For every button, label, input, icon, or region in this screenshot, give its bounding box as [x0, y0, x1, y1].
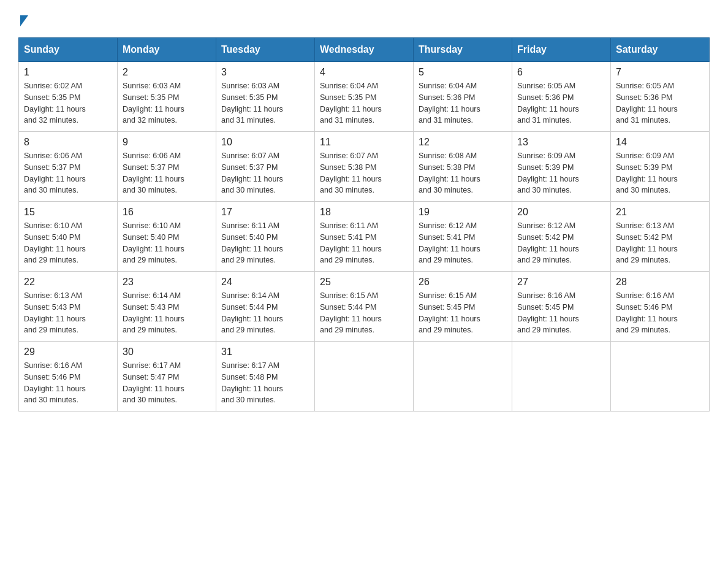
day-info: Sunrise: 6:16 AMSunset: 5:45 PMDaylight:…	[517, 290, 605, 336]
day-info: Sunrise: 6:04 AMSunset: 5:35 PMDaylight:…	[320, 80, 408, 126]
calendar-day-cell: 21Sunrise: 6:13 AMSunset: 5:42 PMDayligh…	[611, 202, 710, 272]
calendar-day-cell	[414, 342, 512, 412]
day-info: Sunrise: 6:12 AMSunset: 5:42 PMDaylight:…	[517, 220, 605, 266]
calendar-day-cell: 13Sunrise: 6:09 AMSunset: 5:39 PMDayligh…	[512, 132, 611, 202]
calendar-day-cell: 9Sunrise: 6:06 AMSunset: 5:37 PMDaylight…	[118, 132, 216, 202]
calendar-day-cell: 11Sunrise: 6:07 AMSunset: 5:38 PMDayligh…	[315, 132, 414, 202]
page-header	[18, 12, 710, 25]
day-info: Sunrise: 6:05 AMSunset: 5:36 PMDaylight:…	[517, 80, 605, 126]
day-number: 31	[221, 347, 309, 358]
day-number: 21	[616, 207, 704, 218]
day-info: Sunrise: 6:17 AMSunset: 5:47 PMDaylight:…	[123, 360, 211, 406]
calendar-week-row: 29Sunrise: 6:16 AMSunset: 5:46 PMDayligh…	[19, 342, 710, 412]
day-info: Sunrise: 6:11 AMSunset: 5:41 PMDaylight:…	[320, 220, 408, 266]
calendar-day-cell: 5Sunrise: 6:04 AMSunset: 5:36 PMDaylight…	[414, 62, 512, 132]
day-info: Sunrise: 6:14 AMSunset: 5:44 PMDaylight:…	[221, 290, 309, 336]
calendar-day-cell: 7Sunrise: 6:05 AMSunset: 5:36 PMDaylight…	[611, 62, 710, 132]
calendar-day-cell: 8Sunrise: 6:06 AMSunset: 5:37 PMDaylight…	[19, 132, 118, 202]
day-number: 23	[123, 277, 211, 288]
day-number: 29	[24, 347, 112, 358]
day-number: 22	[24, 277, 112, 288]
day-number: 6	[517, 67, 605, 78]
calendar-day-cell: 20Sunrise: 6:12 AMSunset: 5:42 PMDayligh…	[512, 202, 611, 272]
day-number: 24	[221, 277, 309, 288]
calendar-day-cell: 17Sunrise: 6:11 AMSunset: 5:40 PMDayligh…	[216, 202, 315, 272]
calendar-day-cell: 22Sunrise: 6:13 AMSunset: 5:43 PMDayligh…	[19, 272, 118, 342]
day-number: 5	[419, 67, 507, 78]
calendar-day-cell: 19Sunrise: 6:12 AMSunset: 5:41 PMDayligh…	[414, 202, 512, 272]
day-info: Sunrise: 6:14 AMSunset: 5:43 PMDaylight:…	[123, 290, 211, 336]
calendar-day-cell	[512, 342, 611, 412]
day-number: 30	[123, 347, 211, 358]
day-info: Sunrise: 6:11 AMSunset: 5:40 PMDaylight:…	[221, 220, 309, 266]
day-number: 14	[616, 137, 704, 148]
day-info: Sunrise: 6:12 AMSunset: 5:41 PMDaylight:…	[419, 220, 507, 266]
calendar-day-cell	[315, 342, 414, 412]
day-info: Sunrise: 6:04 AMSunset: 5:36 PMDaylight:…	[419, 80, 507, 126]
day-info: Sunrise: 6:06 AMSunset: 5:37 PMDaylight:…	[24, 150, 112, 196]
weekday-header-saturday: Saturday	[611, 38, 710, 62]
calendar-table: SundayMondayTuesdayWednesdayThursdayFrid…	[18, 37, 710, 412]
day-number: 12	[419, 137, 507, 148]
calendar-day-cell: 26Sunrise: 6:15 AMSunset: 5:45 PMDayligh…	[414, 272, 512, 342]
day-number: 15	[24, 207, 112, 218]
day-info: Sunrise: 6:07 AMSunset: 5:38 PMDaylight:…	[320, 150, 408, 196]
day-number: 8	[24, 137, 112, 148]
calendar-day-cell: 29Sunrise: 6:16 AMSunset: 5:46 PMDayligh…	[19, 342, 118, 412]
weekday-header-monday: Monday	[118, 38, 216, 62]
calendar-header-row: SundayMondayTuesdayWednesdayThursdayFrid…	[19, 38, 710, 62]
day-number: 28	[616, 277, 704, 288]
calendar-week-row: 22Sunrise: 6:13 AMSunset: 5:43 PMDayligh…	[19, 272, 710, 342]
day-number: 17	[221, 207, 309, 218]
day-info: Sunrise: 6:17 AMSunset: 5:48 PMDaylight:…	[221, 360, 309, 406]
calendar-week-row: 8Sunrise: 6:06 AMSunset: 5:37 PMDaylight…	[19, 132, 710, 202]
day-number: 19	[419, 207, 507, 218]
calendar-day-cell: 12Sunrise: 6:08 AMSunset: 5:38 PMDayligh…	[414, 132, 512, 202]
day-number: 25	[320, 277, 408, 288]
day-number: 1	[24, 67, 112, 78]
calendar-day-cell: 6Sunrise: 6:05 AMSunset: 5:36 PMDaylight…	[512, 62, 611, 132]
weekday-header-thursday: Thursday	[414, 38, 512, 62]
day-number: 10	[221, 137, 309, 148]
day-info: Sunrise: 6:15 AMSunset: 5:45 PMDaylight:…	[419, 290, 507, 336]
day-info: Sunrise: 6:07 AMSunset: 5:37 PMDaylight:…	[221, 150, 309, 196]
calendar-day-cell	[611, 342, 710, 412]
day-info: Sunrise: 6:15 AMSunset: 5:44 PMDaylight:…	[320, 290, 408, 336]
calendar-day-cell: 15Sunrise: 6:10 AMSunset: 5:40 PMDayligh…	[19, 202, 118, 272]
day-number: 3	[221, 67, 309, 78]
calendar-day-cell: 18Sunrise: 6:11 AMSunset: 5:41 PMDayligh…	[315, 202, 414, 272]
calendar-week-row: 15Sunrise: 6:10 AMSunset: 5:40 PMDayligh…	[19, 202, 710, 272]
day-info: Sunrise: 6:02 AMSunset: 5:35 PMDaylight:…	[24, 80, 112, 126]
day-info: Sunrise: 6:05 AMSunset: 5:36 PMDaylight:…	[616, 80, 704, 126]
day-info: Sunrise: 6:10 AMSunset: 5:40 PMDaylight:…	[123, 220, 211, 266]
day-number: 7	[616, 67, 704, 78]
day-number: 16	[123, 207, 211, 218]
day-number: 4	[320, 67, 408, 78]
calendar-day-cell: 16Sunrise: 6:10 AMSunset: 5:40 PMDayligh…	[118, 202, 216, 272]
day-number: 20	[517, 207, 605, 218]
weekday-header-tuesday: Tuesday	[216, 38, 315, 62]
weekday-header-sunday: Sunday	[19, 38, 118, 62]
day-info: Sunrise: 6:06 AMSunset: 5:37 PMDaylight:…	[123, 150, 211, 196]
calendar-day-cell: 2Sunrise: 6:03 AMSunset: 5:35 PMDaylight…	[118, 62, 216, 132]
logo	[18, 12, 28, 25]
day-number: 2	[123, 67, 211, 78]
day-number: 9	[123, 137, 211, 148]
calendar-day-cell: 1Sunrise: 6:02 AMSunset: 5:35 PMDaylight…	[19, 62, 118, 132]
calendar-week-row: 1Sunrise: 6:02 AMSunset: 5:35 PMDaylight…	[19, 62, 710, 132]
calendar-day-cell: 30Sunrise: 6:17 AMSunset: 5:47 PMDayligh…	[118, 342, 216, 412]
calendar-day-cell: 3Sunrise: 6:03 AMSunset: 5:35 PMDaylight…	[216, 62, 315, 132]
day-number: 26	[419, 277, 507, 288]
weekday-header-wednesday: Wednesday	[315, 38, 414, 62]
day-info: Sunrise: 6:16 AMSunset: 5:46 PMDaylight:…	[616, 290, 704, 336]
calendar-day-cell: 24Sunrise: 6:14 AMSunset: 5:44 PMDayligh…	[216, 272, 315, 342]
day-info: Sunrise: 6:13 AMSunset: 5:43 PMDaylight:…	[24, 290, 112, 336]
day-number: 18	[320, 207, 408, 218]
day-info: Sunrise: 6:08 AMSunset: 5:38 PMDaylight:…	[419, 150, 507, 196]
calendar-day-cell: 31Sunrise: 6:17 AMSunset: 5:48 PMDayligh…	[216, 342, 315, 412]
day-number: 27	[517, 277, 605, 288]
day-info: Sunrise: 6:09 AMSunset: 5:39 PMDaylight:…	[616, 150, 704, 196]
calendar-day-cell: 25Sunrise: 6:15 AMSunset: 5:44 PMDayligh…	[315, 272, 414, 342]
day-info: Sunrise: 6:03 AMSunset: 5:35 PMDaylight:…	[221, 80, 309, 126]
calendar-day-cell: 28Sunrise: 6:16 AMSunset: 5:46 PMDayligh…	[611, 272, 710, 342]
